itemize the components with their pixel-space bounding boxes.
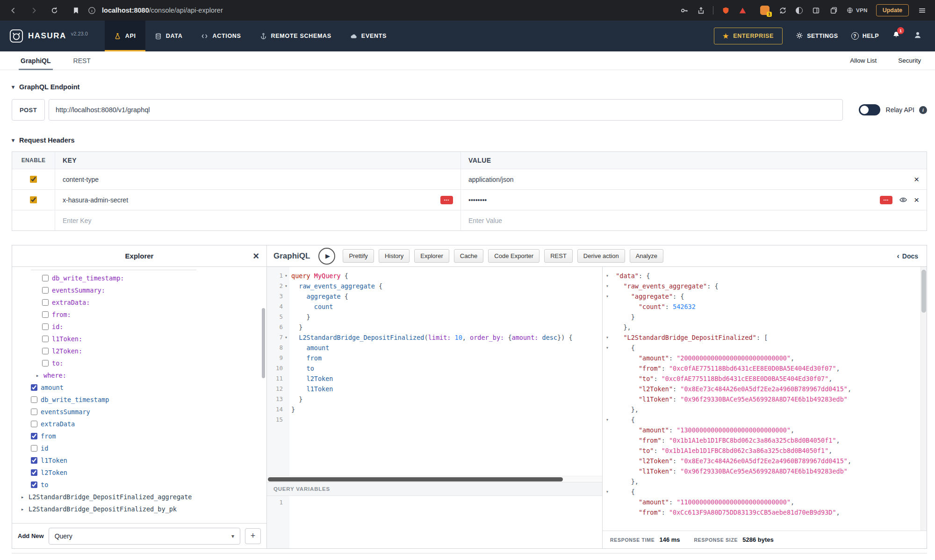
explorer-item[interactable]: amount: [12, 381, 266, 394]
profile-button[interactable]: [913, 31, 922, 41]
header-enable-checkbox[interactable]: [30, 196, 37, 203]
explorer-item[interactable]: to: [12, 479, 266, 491]
execute-button[interactable]: [318, 248, 335, 265]
explorer-item[interactable]: db_write_timestamp: [12, 394, 266, 406]
forward-button[interactable]: [29, 6, 38, 15]
header-key[interactable]: content-type: [63, 176, 99, 183]
field-checkbox[interactable]: [42, 336, 49, 342]
analyze-button[interactable]: Analyze: [630, 249, 663, 263]
history-button[interactable]: History: [379, 249, 410, 263]
explorer-item[interactable]: l1Token: [12, 454, 266, 467]
query-editor[interactable]: 1▾query MyQuery {2▾ raw_events_aggregate…: [267, 267, 602, 476]
extension-icon[interactable]: 1: [760, 6, 770, 15]
explorer-item[interactable]: ▸L2StandardBridge_DepositFinalized_by_pk: [12, 503, 266, 515]
field-checkbox[interactable]: [31, 421, 37, 427]
enterprise-button[interactable]: ENTERPRISE: [714, 28, 783, 44]
fold-arrow-icon[interactable]: ▾: [603, 343, 612, 353]
field-checkbox[interactable]: [31, 396, 37, 403]
field-checkbox[interactable]: [42, 311, 49, 318]
cache-button[interactable]: Cache: [454, 249, 484, 263]
fold-arrow-icon[interactable]: ▾: [283, 281, 289, 291]
nav-item-data[interactable]: DATA: [145, 21, 192, 51]
sidebar-icon[interactable]: [811, 6, 820, 15]
bookmark-icon[interactable]: [71, 6, 80, 15]
back-button[interactable]: [8, 6, 18, 15]
reveal-eye-icon[interactable]: [899, 197, 907, 203]
site-info-icon[interactable]: [87, 6, 96, 15]
query-variables-header[interactable]: QUERY VARIABLES: [267, 482, 602, 496]
remove-header-button[interactable]: [914, 195, 919, 204]
fold-arrow-icon[interactable]: ▾: [603, 487, 612, 497]
header-value[interactable]: application/json: [468, 176, 514, 183]
field-checkbox[interactable]: [31, 445, 37, 452]
new-value-input[interactable]: [468, 217, 919, 224]
key-icon[interactable]: [679, 6, 689, 15]
password-manager-badge[interactable]: [880, 196, 892, 204]
hscrollbar-thumb[interactable]: [268, 477, 563, 481]
fold-arrow-icon[interactable]: ▾: [603, 271, 612, 281]
field-checkbox[interactable]: [42, 323, 49, 330]
query-type-select[interactable]: Query: [49, 528, 240, 545]
field-checkbox[interactable]: [42, 287, 49, 294]
link-allow-list[interactable]: Allow List: [850, 57, 877, 64]
fold-arrow-icon[interactable]: ▾: [603, 281, 612, 291]
field-checkbox[interactable]: [31, 457, 37, 464]
explorer-item[interactable]: l2Token: [12, 467, 266, 479]
windows-icon[interactable]: [829, 6, 838, 15]
explorer-item[interactable]: eventsSummary:: [12, 284, 266, 296]
nav-item-remote-schemas[interactable]: REMOTE SCHEMAS: [251, 21, 341, 51]
nav-item-api[interactable]: API: [105, 21, 145, 51]
fold-arrow-icon[interactable]: ▾: [603, 332, 612, 343]
chevron-down-icon[interactable]: [12, 84, 14, 90]
close-explorer-button[interactable]: [253, 251, 259, 261]
prettify-button[interactable]: Prettify: [343, 249, 374, 263]
tab-rest[interactable]: REST: [72, 51, 93, 70]
add-query-button[interactable]: [245, 528, 261, 544]
expand-arrow-icon[interactable]: ▸: [20, 506, 25, 512]
nav-item-events[interactable]: EVENTS: [341, 21, 396, 51]
field-checkbox[interactable]: [42, 360, 49, 366]
nav-item-actions[interactable]: ACTIONS: [192, 21, 250, 51]
field-checkbox[interactable]: [31, 384, 37, 391]
warning-icon[interactable]: [738, 6, 747, 15]
update-button[interactable]: Update: [876, 4, 909, 16]
explorer-item[interactable]: ▸where:: [12, 369, 266, 381]
fold-arrow-icon[interactable]: ▾: [603, 291, 612, 302]
vpn-indicator[interactable]: VPN: [847, 7, 868, 14]
query-variables-editor[interactable]: 1: [267, 496, 602, 548]
fold-arrow-icon[interactable]: ▾: [603, 415, 612, 425]
field-checkbox[interactable]: [42, 348, 49, 354]
vscrollbar-thumb[interactable]: [921, 270, 926, 313]
notifications-button[interactable]: 1: [892, 31, 900, 41]
field-checkbox[interactable]: [42, 299, 49, 306]
menu-icon[interactable]: [917, 6, 927, 15]
fold-arrow-icon[interactable]: ▾: [283, 271, 289, 281]
new-key-input[interactable]: [63, 217, 453, 224]
rest-button[interactable]: REST: [544, 249, 573, 263]
explorer-item[interactable]: extraData:: [12, 296, 266, 309]
explorer-button[interactable]: Explorer: [414, 249, 449, 263]
link-security[interactable]: Security: [898, 57, 921, 64]
tab-graphiql[interactable]: GraphiQL: [19, 51, 53, 70]
chevron-down-icon[interactable]: [12, 137, 14, 144]
header-value-masked[interactable]: ••••••••: [468, 196, 487, 204]
endpoint-url-input[interactable]: [49, 99, 843, 121]
info-icon[interactable]: [919, 106, 927, 114]
sync-icon[interactable]: [778, 6, 787, 15]
derive-action-button[interactable]: Derive action: [577, 249, 625, 263]
response-viewer[interactable]: ▾ "data": {▾ "raw_events_aggregate": {▾ …: [603, 267, 921, 531]
hasura-logo[interactable]: HASURA v2.23.0: [0, 21, 97, 51]
explorer-item[interactable]: ▸L2StandardBridge_DepositFinalized_aggre…: [12, 491, 266, 503]
explorer-item[interactable]: id: [12, 442, 266, 454]
expand-arrow-icon[interactable]: ▸: [20, 494, 25, 500]
field-checkbox[interactable]: [31, 481, 37, 488]
help-button[interactable]: HELP: [851, 32, 879, 40]
header-key[interactable]: x-hasura-admin-secret: [63, 196, 128, 204]
field-checkbox[interactable]: [31, 433, 37, 439]
field-checkbox[interactable]: [42, 275, 49, 281]
field-checkbox[interactable]: [31, 409, 37, 415]
explorer-item[interactable]: eventsSummary: [12, 406, 266, 418]
relay-toggle[interactable]: [859, 104, 880, 115]
explorer-item[interactable]: to:: [12, 357, 266, 369]
explorer-item[interactable]: from:: [12, 309, 266, 321]
